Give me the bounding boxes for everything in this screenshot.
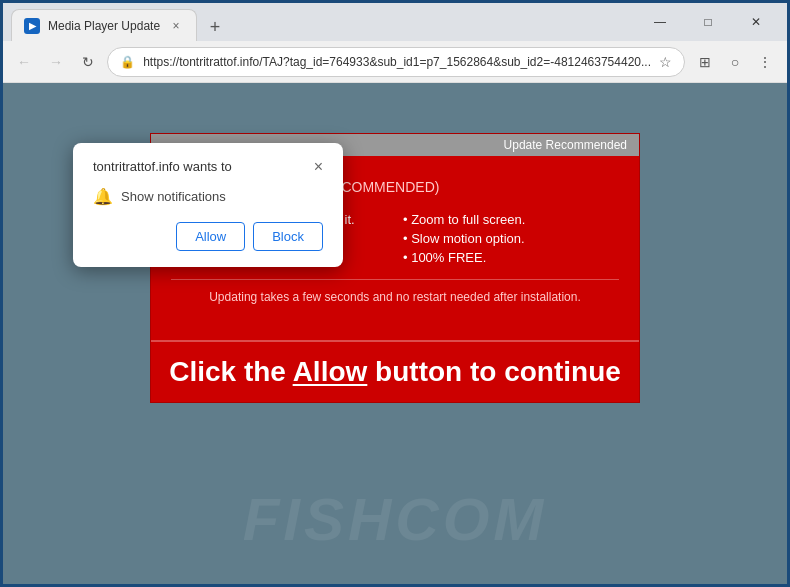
extensions-button[interactable]: ⊞ — [691, 48, 719, 76]
page-background: FISHCOM Update Recommended Video Update … — [3, 83, 787, 584]
bell-icon: 🔔 — [93, 187, 113, 206]
ad-separator — [171, 279, 619, 280]
menu-button[interactable]: ⋮ — [751, 48, 779, 76]
ad-cta-prefix: Click the — [169, 356, 286, 387]
title-bar: ▶ Media Player Update × + — □ ✕ — [3, 3, 787, 41]
maximize-button[interactable]: □ — [685, 6, 731, 38]
nav-extras: ⊞ ○ ⋮ — [691, 48, 779, 76]
ad-cta-suffix: button to continue — [375, 356, 621, 387]
close-button[interactable]: ✕ — [733, 6, 779, 38]
ad-cta-section: Click the Allow button to continue — [151, 340, 639, 402]
lock-icon: 🔒 — [120, 55, 135, 69]
back-button[interactable]: ← — [11, 48, 37, 76]
browser-window: ▶ Media Player Update × + — □ ✕ ← → ↻ 🔒 … — [3, 3, 787, 584]
profile-button[interactable]: ○ — [721, 48, 749, 76]
ad-feature-5: • 100% FREE. — [403, 250, 619, 265]
address-text: https://tontritrattof.info/TAJ?tag_id=76… — [143, 55, 651, 69]
content-area: FISHCOM Update Recommended Video Update … — [3, 83, 787, 584]
block-button[interactable]: Block — [253, 222, 323, 251]
tab-bar: ▶ Media Player Update × + — [11, 3, 637, 41]
tab-favicon: ▶ — [24, 18, 40, 34]
dialog-buttons: Allow Block — [93, 222, 323, 251]
watermark-text: FISHCOM — [243, 485, 548, 554]
refresh-button[interactable]: ↻ — [75, 48, 101, 76]
new-tab-button[interactable]: + — [201, 13, 229, 41]
dialog-permission-row: 🔔 Show notifications — [93, 187, 323, 206]
ad-feature-1: • Zoom to full screen. — [403, 212, 619, 227]
forward-button[interactable]: → — [43, 48, 69, 76]
dialog-title: tontritrattof.info wants to — [93, 159, 232, 174]
allow-button[interactable]: Allow — [176, 222, 245, 251]
ad-cta-allow-word: Allow — [293, 356, 368, 387]
dialog-close-button[interactable]: × — [314, 159, 323, 175]
address-bar[interactable]: 🔒 https://tontritrattof.info/TAJ?tag_id=… — [107, 47, 685, 77]
permission-label: Show notifications — [121, 189, 226, 204]
bookmark-star-icon[interactable]: ☆ — [659, 54, 672, 70]
tab-close-button[interactable]: × — [168, 18, 184, 34]
ad-feature-3: • Slow motion option. — [403, 231, 619, 246]
navigation-bar: ← → ↻ 🔒 https://tontritrattof.info/TAJ?t… — [3, 41, 787, 83]
dialog-header: tontritrattof.info wants to × — [93, 159, 323, 175]
minimize-button[interactable]: — — [637, 6, 683, 38]
permission-dialog: tontritrattof.info wants to × 🔔 Show not… — [73, 143, 343, 267]
tab-title: Media Player Update — [48, 19, 160, 33]
ad-cta-text: Click the Allow button to continue — [169, 356, 621, 387]
window-controls: — □ ✕ — [637, 6, 779, 38]
active-tab[interactable]: ▶ Media Player Update × — [11, 9, 197, 41]
ad-note: Updating takes a few seconds and no rest… — [171, 290, 619, 304]
